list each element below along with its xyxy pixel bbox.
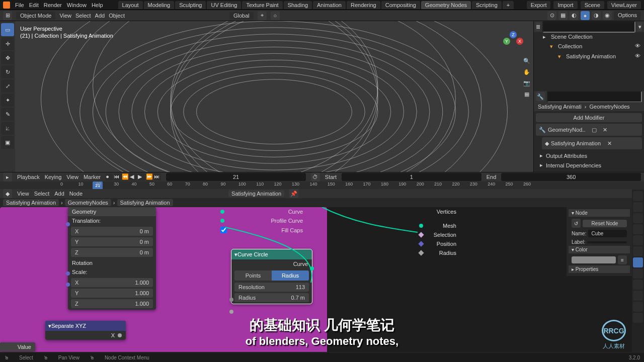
axis-x-icon[interactable]: X: [516, 38, 523, 45]
vp-menu-select[interactable]: Select: [75, 13, 91, 19]
vp-menu-object[interactable]: Object: [109, 13, 125, 19]
prop-tab-particles[interactable]: [633, 268, 643, 279]
tool-cursor[interactable]: ✛: [1, 37, 14, 50]
node-label-field[interactable]: [587, 241, 627, 243]
ne-menu-select[interactable]: Select: [34, 191, 50, 197]
collection-visibility-icon[interactable]: 👁: [635, 43, 642, 50]
tool-add-cube[interactable]: ▣: [1, 136, 14, 149]
tool-move[interactable]: ✥: [1, 51, 14, 64]
socket-curve-out[interactable]: [310, 266, 314, 270]
ws-sculpting[interactable]: Sculpting: [175, 1, 206, 9]
camera-icon[interactable]: 📷: [522, 78, 531, 87]
socket-mesh[interactable]: [419, 224, 423, 228]
nsp-header-node[interactable]: ▾ Node: [569, 209, 630, 217]
scale-z-field[interactable]: Z1.000: [71, 299, 153, 308]
prop-tab-data[interactable]: [633, 302, 643, 312]
node-name-field[interactable]: Cube: [588, 230, 627, 237]
socket-rotation[interactable]: [66, 272, 70, 276]
blender-logo-icon[interactable]: [3, 2, 10, 9]
options-dropdown[interactable]: Options: [614, 11, 641, 20]
zoom-icon[interactable]: 🔍: [522, 56, 531, 65]
xray-icon[interactable]: ▦: [558, 11, 568, 20]
radius-mode-button[interactable]: Radius: [272, 270, 309, 281]
persp-toggle-icon[interactable]: ▦: [522, 89, 531, 99]
ws-geonodes[interactable]: Geometry Nodes: [421, 1, 471, 9]
tl-keying[interactable]: Keying: [45, 174, 62, 180]
mode-dropdown[interactable]: Object Mode: [16, 12, 55, 20]
socket-radius[interactable]: [229, 310, 233, 314]
node-value[interactable]: Value: [0, 342, 35, 351]
outliner-type-icon[interactable]: ≣: [536, 22, 540, 31]
play-icon[interactable]: ▶: [138, 173, 145, 180]
socket-profile-in[interactable]: [220, 219, 224, 223]
current-frame-field[interactable]: 21: [166, 173, 306, 181]
socket-scale[interactable]: [66, 283, 70, 287]
snap-icon[interactable]: ⌖: [258, 11, 267, 20]
tl-marker[interactable]: Marker: [84, 174, 101, 180]
socket-x-out[interactable]: [118, 333, 122, 337]
prev-key-icon[interactable]: ⏪: [122, 173, 129, 180]
nav-gizmo[interactable]: Z Y X: [503, 31, 523, 51]
axis-z-icon[interactable]: Z: [510, 31, 517, 38]
radius-field[interactable]: Radius0.7 m: [234, 293, 309, 302]
prop-tab-constraints[interactable]: [633, 291, 643, 301]
acc-internal-deps[interactable]: ▸ Internal Dependencies: [536, 160, 642, 170]
socket-translation[interactable]: [66, 222, 70, 226]
tool-transform[interactable]: ✦: [1, 94, 14, 107]
outliner-object[interactable]: ▾ Satisfying Animation 👁: [534, 51, 644, 61]
prop-tab-output[interactable]: [633, 202, 643, 212]
autokey-icon[interactable]: ●: [106, 173, 113, 180]
fill-caps-checkbox[interactable]: [220, 227, 227, 233]
ws-modeling[interactable]: Modeling: [144, 1, 175, 9]
node-right[interactable]: Vertices Mesh Selection Position Radius: [415, 207, 460, 257]
menu-file[interactable]: File: [15, 2, 24, 8]
ws-layout[interactable]: Layout: [118, 1, 143, 9]
socket-selection[interactable]: [418, 232, 424, 237]
prop-tab-world[interactable]: [633, 235, 643, 245]
node-curve-circle[interactable]: ▾Curve Circle Curve Points Radius Resolu…: [231, 249, 312, 304]
scale-y-field[interactable]: Y1.000: [71, 289, 153, 298]
proportional-icon[interactable]: ○: [271, 11, 280, 20]
socket-curve-in[interactable]: [220, 210, 224, 214]
mod-close-icon[interactable]: ✕: [601, 125, 610, 134]
ws-shading[interactable]: Shading: [284, 1, 312, 9]
menu-window[interactable]: Window: [67, 2, 87, 8]
outliner-scene-collection[interactable]: ▸ Scene Collection: [534, 32, 644, 41]
editor-type-icon[interactable]: ⊞: [3, 11, 12, 20]
pin-icon[interactable]: 📌: [289, 189, 298, 198]
ne-menu-add[interactable]: Add: [54, 191, 64, 197]
tool-annotate[interactable]: ✎: [1, 108, 14, 121]
node-editor[interactable]: ◆ View Select Add Node Satisfying Animat…: [0, 189, 632, 352]
ws-animation[interactable]: Animation: [313, 1, 346, 9]
tl-playback[interactable]: Playback: [17, 174, 40, 180]
node-curve-to-mesh[interactable]: Curve Profile Curve Fill Caps: [216, 207, 307, 235]
breadcrumb-modifier[interactable]: GeometryNodes: [590, 104, 630, 110]
ne-nodegroup-field[interactable]: Satisfying Animation: [228, 190, 284, 197]
hand-icon[interactable]: ✋: [522, 67, 531, 76]
tool-rotate[interactable]: ↻: [1, 65, 14, 78]
object-visibility-icon[interactable]: 👁: [635, 53, 642, 60]
menu-help[interactable]: Help: [92, 2, 103, 8]
jump-end-icon[interactable]: ⏭: [154, 173, 161, 180]
node-color-field[interactable]: [572, 256, 616, 263]
shading-wireframe-icon[interactable]: ◐: [570, 11, 579, 20]
jump-start-icon[interactable]: ⏮: [114, 173, 121, 180]
ws-rendering[interactable]: Rendering: [347, 1, 380, 9]
filter-icon[interactable]: ▾: [637, 22, 642, 31]
breadcrumb-object[interactable]: Satisfying Animati: [538, 104, 582, 110]
shading-solid-icon[interactable]: ●: [581, 11, 590, 20]
ws-compositing[interactable]: Compositing: [381, 1, 420, 9]
export-button[interactable]: Export: [527, 1, 551, 9]
overlay-toggle-icon[interactable]: ⊙: [547, 11, 556, 20]
props-search[interactable]: [547, 91, 642, 103]
clock-icon[interactable]: ⏱: [311, 172, 320, 182]
tool-select-box[interactable]: ▭: [1, 23, 14, 36]
orientation-dropdown[interactable]: Global: [229, 12, 254, 20]
nodegroup-close-icon[interactable]: ✕: [605, 139, 614, 148]
socket-radius-in[interactable]: [418, 250, 424, 255]
reset-icon[interactable]: ↺: [572, 219, 581, 228]
node-editor-type-icon[interactable]: ◆: [3, 189, 12, 198]
prop-tab-physics[interactable]: [633, 280, 643, 290]
ne-crumb-2[interactable]: Satisfying Animation: [117, 199, 173, 206]
socket-resolution[interactable]: [229, 298, 233, 302]
